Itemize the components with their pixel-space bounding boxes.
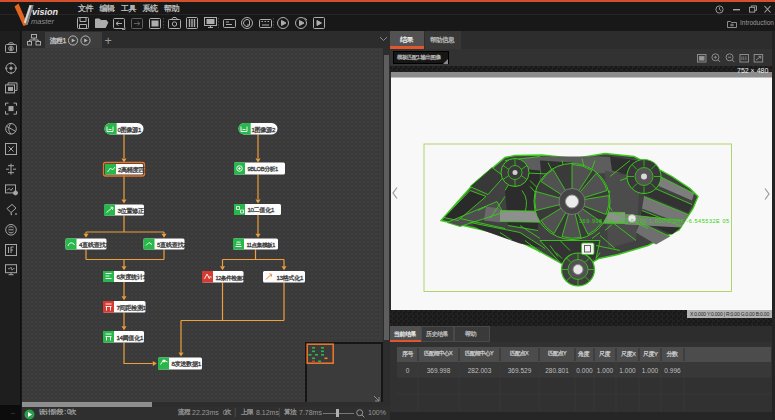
svg-text:0: 0 xyxy=(406,367,410,374)
svg-text:13格式化1: 13格式化1 xyxy=(277,274,304,282)
svg-text:369.998: 369.998 xyxy=(427,367,451,374)
svg-text:4直线查找1: 4直线查找1 xyxy=(79,241,109,248)
svg-text:3位置修正1: 3位置修正1 xyxy=(118,207,148,215)
svg-text:2高精度匹..: 2高精度匹.. xyxy=(118,166,148,174)
svg-text:0图像源1: 0图像源1 xyxy=(118,126,142,134)
svg-text:0.996: 0.996 xyxy=(664,367,681,374)
svg-text:7间距检测1: 7间距检测1 xyxy=(117,304,147,312)
svg-text:1图像源2: 1图像源2 xyxy=(252,126,276,134)
svg-text:280.801: 280.801 xyxy=(545,367,569,374)
svg-text:6灰度统计1: 6灰度统计1 xyxy=(117,273,147,281)
svg-text:14阈值化1: 14阈值化1 xyxy=(117,334,144,342)
svg-text:1.000: 1.000 xyxy=(642,367,659,374)
svg-text:1.000: 1.000 xyxy=(597,367,614,374)
svg-text:12条件检测1: 12条件检测1 xyxy=(216,275,245,282)
svg-text:9BLOB分析1: 9BLOB分析1 xyxy=(248,166,278,172)
svg-text:10二值化1: 10二值化1 xyxy=(248,206,275,214)
svg-text:1.000: 1.000 xyxy=(619,367,636,374)
svg-text:369.529: 369.529 xyxy=(508,367,532,374)
svg-text:369.998,282.003 0.000 1.000: 369.998,282.003 0.000 1.000 0.996 -6.545… xyxy=(579,218,730,224)
svg-text:11点集模板1: 11点集模板1 xyxy=(247,242,276,248)
svg-text:282.003: 282.003 xyxy=(468,367,492,374)
svg-text:5直线查找2: 5直线查找2 xyxy=(157,241,187,248)
svg-text:0.000: 0.000 xyxy=(576,367,593,374)
svg-text:8发送数据1: 8发送数据1 xyxy=(172,360,202,368)
